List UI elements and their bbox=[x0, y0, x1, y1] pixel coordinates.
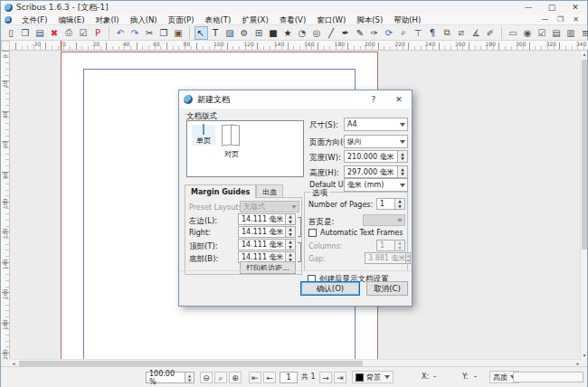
insert-table-tool[interactable]: ⊞ bbox=[252, 26, 266, 40]
preflight-verifier-icon[interactable]: ☑ bbox=[77, 26, 90, 40]
pdf-combobox-tool[interactable]: ▤ bbox=[550, 26, 564, 40]
page-number-input[interactable]: 1 bbox=[280, 372, 298, 383]
open-document-icon[interactable]: ❒ bbox=[19, 26, 33, 40]
paste-icon[interactable]: ▣ bbox=[172, 26, 185, 40]
print-icon[interactable]: ⎙ bbox=[62, 26, 76, 40]
save-document-icon[interactable]: ▤ bbox=[33, 26, 47, 40]
tab-margin-guides[interactable]: Margin Guides bbox=[185, 184, 256, 198]
width-input[interactable]: 210.000 毫米▲▼ bbox=[344, 150, 408, 163]
select-item-tool[interactable]: ↖ bbox=[194, 26, 208, 40]
spinner-arrows[interactable]: ▲▼ bbox=[286, 226, 296, 238]
insert-image-frame-tool[interactable]: ▨ bbox=[223, 26, 237, 40]
ok-button[interactable]: 确认(O) bbox=[300, 281, 360, 296]
maximize-button[interactable]: □ bbox=[540, 2, 564, 14]
spinner-arrows[interactable]: ▲▼ bbox=[398, 165, 408, 178]
insert-freehand-tool[interactable]: ✎ bbox=[354, 26, 367, 40]
pdf-push-button-tool[interactable]: ▭ bbox=[507, 26, 520, 40]
pdf-checkbox-tool[interactable]: ☑ bbox=[536, 26, 549, 40]
first-page-button[interactable]: ⇤ bbox=[249, 372, 261, 383]
link-margins-icon[interactable] bbox=[298, 242, 301, 262]
layer-selector[interactable]: 背景 bbox=[352, 371, 394, 383]
zoom-out-button[interactable]: ⊖ bbox=[200, 372, 213, 383]
copy-icon[interactable]: ❐ bbox=[157, 26, 171, 40]
menu-help[interactable]: 帮助(H) bbox=[388, 14, 426, 25]
redo-icon[interactable]: ↷ bbox=[128, 26, 142, 40]
menu-extras[interactable]: 扩展(X) bbox=[236, 14, 273, 25]
number-of-pages-input[interactable]: 1▲▼ bbox=[376, 198, 405, 210]
orientation-select[interactable]: 纵向 bbox=[344, 135, 408, 148]
insert-arc-tool[interactable]: ◔ bbox=[296, 26, 309, 40]
insert-text-frame-tool[interactable]: T bbox=[209, 26, 223, 40]
menu-view[interactable]: 查看(V) bbox=[274, 14, 311, 25]
story-editor-tool[interactable]: ¶ bbox=[426, 26, 440, 40]
menu-table[interactable]: 表格(T) bbox=[199, 14, 236, 25]
layout-option-single-page[interactable]: 单页 bbox=[192, 125, 215, 146]
edit-contents-tool[interactable]: ⊤ bbox=[412, 26, 425, 40]
margin-left-input[interactable]: 14.111 毫米▲▼ bbox=[238, 213, 296, 225]
pdf-text-annotation-tool[interactable]: ≣ bbox=[579, 26, 588, 40]
insert-shape-tool[interactable]: ■ bbox=[267, 26, 280, 40]
link-margins-icon[interactable] bbox=[298, 217, 301, 237]
ruler-origin-box[interactable] bbox=[1, 41, 10, 51]
unlink-text-frames-tool[interactable]: ⧄ bbox=[455, 26, 469, 40]
doc-restore-button[interactable]: ❐ bbox=[553, 14, 568, 24]
next-page-button[interactable]: → bbox=[319, 372, 332, 383]
copy-item-properties-tool[interactable]: ✐ bbox=[484, 26, 498, 40]
printer-margins-button[interactable]: 打印机边距... bbox=[240, 261, 296, 274]
insert-line-tool[interactable]: ╱ bbox=[325, 26, 338, 40]
insert-render-frame-tool[interactable]: ⚙ bbox=[238, 26, 251, 40]
doc-close-button[interactable]: ✕ bbox=[568, 14, 583, 24]
zoom-tool[interactable]: ⌕ bbox=[397, 26, 411, 40]
scroll-up-icon[interactable]: ▴ bbox=[581, 51, 588, 58]
menu-insert[interactable]: 插入(N) bbox=[125, 14, 163, 25]
horizontal-ruler[interactable]: -200204060801001201401601802002202402602… bbox=[10, 41, 588, 51]
menu-script[interactable]: 脚本(S) bbox=[351, 14, 388, 25]
zoom-input[interactable]: 100.00 % bbox=[146, 372, 185, 383]
insert-polygon-tool[interactable]: ★ bbox=[281, 26, 295, 40]
menu-edit[interactable]: 编辑(E) bbox=[53, 14, 90, 25]
last-page-button[interactable]: ⇥ bbox=[334, 372, 346, 383]
cancel-button[interactable]: 取消(C) bbox=[366, 281, 408, 296]
measurements-tool[interactable]: ∡ bbox=[469, 26, 483, 40]
undo-icon[interactable]: ↶ bbox=[114, 26, 128, 40]
spinner-arrows[interactable]: ▲▼ bbox=[398, 150, 408, 163]
spinner-arrows[interactable]: ▲▼ bbox=[286, 213, 296, 225]
margin-right-input[interactable]: 14.111 毫米▲▼ bbox=[238, 226, 296, 238]
tab-bleeds[interactable]: 出血 bbox=[256, 184, 283, 198]
rotate-item-tool[interactable]: ⟳ bbox=[383, 26, 396, 40]
cut-icon[interactable]: ✂ bbox=[143, 26, 156, 40]
doc-minimize-button[interactable]: — bbox=[537, 14, 553, 24]
link-text-frames-tool[interactable]: ⧉ bbox=[441, 26, 454, 40]
vertical-scrollbar[interactable]: ▴ ▾ bbox=[580, 51, 587, 359]
zoom-100-button[interactable]: ⌕ bbox=[214, 372, 227, 383]
menu-windows[interactable]: 窗口(W) bbox=[311, 14, 351, 25]
size-select[interactable]: A4 bbox=[344, 118, 408, 131]
margin-top-input[interactable]: 14.111 毫米▲▼ bbox=[238, 239, 296, 250]
spinner-arrows[interactable]: ▲▼ bbox=[395, 198, 405, 210]
layout-option-facing-pages[interactable]: 对页 bbox=[220, 125, 243, 159]
vertical-scroll-thumb[interactable] bbox=[582, 60, 587, 250]
insert-bezier-tool[interactable]: ✒ bbox=[339, 26, 353, 40]
close-document-icon[interactable]: ✖ bbox=[48, 26, 62, 40]
menu-item[interactable]: 对象(I) bbox=[90, 14, 125, 25]
menu-page[interactable]: 页面(P) bbox=[163, 14, 200, 25]
default-unit-select[interactable]: 毫米 (mm) bbox=[344, 178, 408, 192]
horizontal-scrollbar[interactable]: ◂ ▸ bbox=[10, 359, 582, 366]
insert-calligraphic-tool[interactable]: ✑ bbox=[368, 26, 382, 40]
menu-file[interactable]: 文件(F) bbox=[16, 14, 53, 25]
insert-spiral-tool[interactable]: ◎ bbox=[310, 26, 324, 40]
dialog-help-button[interactable]: ? bbox=[366, 93, 381, 106]
zoom-spinner[interactable]: ▲▼ bbox=[185, 372, 194, 383]
minimize-button[interactable]: — bbox=[517, 2, 540, 14]
height-input[interactable]: 297.000 毫米▲▼ bbox=[344, 165, 408, 178]
spinner-arrows[interactable]: ▲▼ bbox=[286, 239, 296, 250]
automatic-text-frames-checkbox[interactable] bbox=[308, 229, 317, 237]
export-pdf-icon[interactable]: P bbox=[91, 26, 105, 40]
vertical-ruler[interactable]: 020406080100120140160180200 bbox=[1, 51, 10, 359]
new-document-icon[interactable]: ▯ bbox=[5, 26, 18, 40]
previous-page-button[interactable]: ← bbox=[263, 372, 276, 383]
pdf-radio-button-tool[interactable]: ◉ bbox=[521, 26, 535, 40]
close-button[interactable]: ✕ bbox=[564, 2, 587, 14]
scroll-down-icon[interactable]: ▾ bbox=[581, 352, 588, 359]
pdf-listbox-tool[interactable]: ▥ bbox=[564, 26, 578, 40]
